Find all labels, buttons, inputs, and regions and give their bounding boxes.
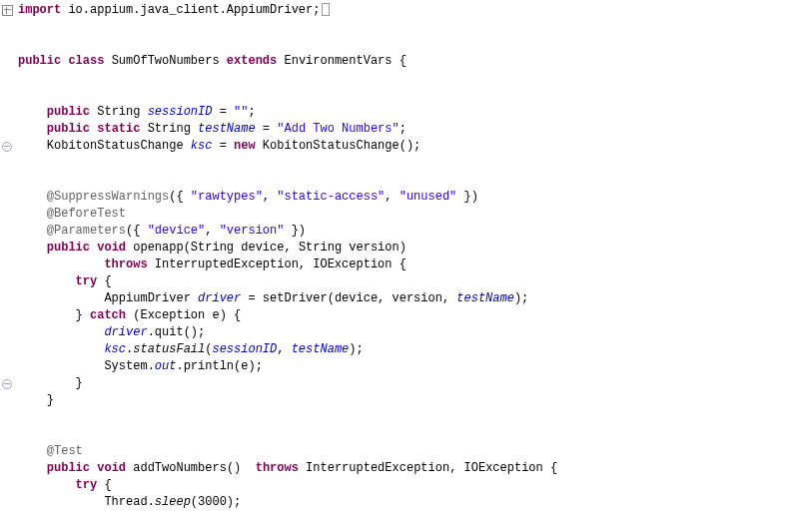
comma: ,	[277, 342, 291, 356]
type: KobitonStatusChange	[47, 139, 191, 153]
arg-sessionid: sessionID	[212, 342, 277, 356]
keyword-static: static	[97, 122, 140, 136]
field-testname: testName	[198, 122, 256, 136]
class-name: SumOfTwoNumbers	[104, 54, 226, 68]
code-area[interactable]: import io.appium.java_client.AppiumDrive…	[14, 0, 557, 520]
annotation-suppress: @SuppressWarnings	[47, 190, 169, 204]
paren: ({	[126, 224, 148, 238]
exceptions: InterruptedException, IOException {	[148, 258, 406, 271]
comma: ,	[263, 190, 277, 204]
semicolon: ;	[248, 105, 255, 119]
paren: })	[284, 224, 306, 238]
out: out	[155, 359, 177, 373]
string-literal: "Add Two Numbers"	[277, 122, 399, 136]
collapse-icon[interactable]	[2, 379, 12, 389]
import-path: io.appium.java_client.AppiumDriver;	[61, 3, 320, 17]
brace: }	[76, 376, 83, 390]
string-literal: "static-access"	[277, 190, 385, 204]
keyword-try: try	[76, 478, 98, 492]
keyword-public: public	[47, 461, 90, 475]
keyword-public: public	[47, 122, 90, 136]
keyword-void: void	[97, 461, 126, 475]
keyword-throws: throws	[104, 258, 147, 271]
keyword-import: import	[18, 3, 61, 17]
keyword-extends: extends	[227, 54, 277, 68]
string-literal: "device"	[148, 224, 206, 238]
paren: );	[349, 342, 363, 356]
field-ksc: ksc	[191, 139, 213, 153]
obj-ksc: ksc	[104, 342, 126, 356]
expand-icon[interactable]	[2, 5, 13, 16]
arg-testname: testName	[456, 291, 514, 305]
string-literal: "version"	[220, 224, 285, 238]
superclass-name: EnvironmentVars {	[277, 54, 406, 68]
system: System.	[104, 359, 154, 373]
paren: ({	[169, 190, 191, 204]
keyword-throws: throws	[256, 461, 299, 475]
type: AppiumDriver	[104, 291, 198, 305]
type: String	[90, 105, 148, 119]
var-driver: driver	[198, 291, 241, 305]
assign: =	[212, 105, 234, 119]
keyword-catch: catch	[90, 308, 126, 322]
comma: ,	[385, 190, 399, 204]
brace: {	[97, 478, 111, 492]
annotation-parameters: @Parameters	[47, 224, 126, 238]
collapse-icon[interactable]	[2, 142, 12, 152]
string-literal: ""	[234, 105, 248, 119]
paren: })	[456, 190, 478, 204]
type: String	[140, 122, 198, 136]
signature: ()	[227, 461, 256, 475]
args: (3000);	[191, 495, 241, 509]
code-editor: import io.appium.java_client.AppiumDrive…	[0, 0, 812, 520]
string-literal: "unused"	[400, 190, 457, 204]
keyword-void: void	[97, 241, 126, 255]
thread: Thread.	[104, 495, 154, 509]
constructor: KobitonStatusChange();	[256, 139, 421, 153]
comma: ,	[205, 224, 219, 238]
string-literal: "rawtypes"	[191, 190, 263, 204]
signature: (String device, String version)	[184, 241, 406, 255]
exceptions: InterruptedException, IOException {	[299, 461, 557, 475]
keyword-try: try	[76, 274, 98, 288]
catch-sig: (Exception e) {	[126, 308, 241, 322]
keyword-new: new	[234, 139, 256, 153]
annotation-test: @Test	[47, 444, 83, 458]
field-sessionid: sessionID	[148, 105, 213, 119]
keyword-public: public	[47, 105, 90, 119]
brace: }	[47, 393, 54, 407]
assign: =	[212, 139, 234, 153]
gutter	[0, 0, 14, 520]
fold-indicator[interactable]	[322, 3, 330, 16]
keyword-public: public	[18, 54, 61, 68]
method-statusfail: statusFail	[133, 342, 205, 356]
obj-driver: driver	[104, 325, 147, 339]
call: = setDriver(device, version,	[241, 291, 456, 305]
annotation-beforetest: @BeforeTest	[47, 207, 126, 221]
brace: }	[76, 308, 90, 322]
brace: {	[97, 274, 111, 288]
method-sleep: sleep	[155, 495, 191, 509]
arg-testname: testName	[292, 342, 350, 356]
method-addtwonumbers: addTwoNumbers	[126, 461, 227, 475]
call-quit: .quit();	[148, 325, 206, 339]
semicolon: ;	[400, 122, 406, 136]
assign: =	[256, 122, 278, 136]
keyword-class: class	[68, 54, 104, 68]
call-println: .println(e);	[176, 359, 262, 373]
method-openapp: openapp	[126, 241, 184, 255]
keyword-public: public	[47, 241, 90, 255]
end: );	[514, 291, 528, 305]
